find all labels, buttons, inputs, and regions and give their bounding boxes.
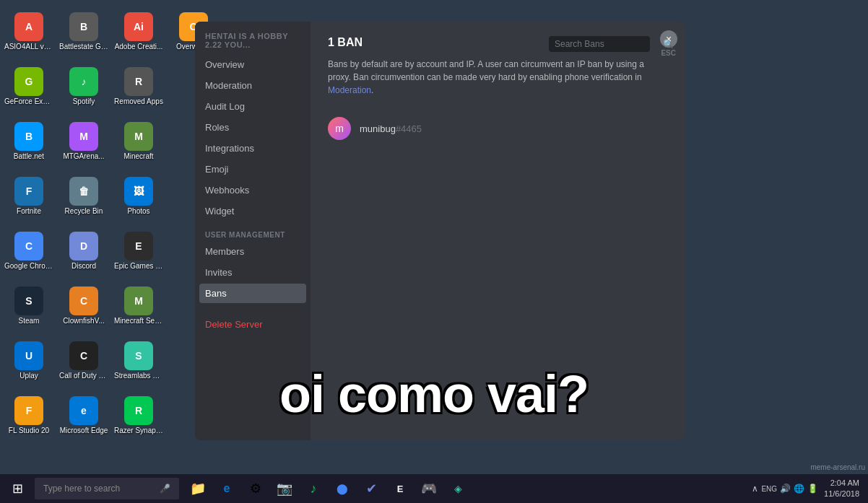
desktop-icon-di2[interactable]: BBattle.net [3,115,55,167]
search-bans-container: 🔍 [549,36,650,52]
sidebar-item-integrations[interactable]: Integrations [199,139,306,158]
desktop-icon-di6[interactable]: UUplay [3,335,55,387]
desktop-icon-di14[interactable]: CCall of Duty Black Ops 4 [58,335,110,387]
server-name: HENTAI IS A HOBBY 2.22 YOU... [199,29,306,52]
taskbar-right: ∧ ENG 🔊 🌐 🔋 2:04 AM 11/6/2018 [752,478,865,500]
taskbar-app-icons: 📁 e ⚙ 📷 ♪ ⬤ ✔ E 🎮 ◈ [185,476,471,502]
desktop-icon-label: Microsoft Edge [60,427,108,435]
desktop-icon-label: Steam [19,317,40,325]
date-display: 11/6/2018 [824,489,859,499]
desktop-icon-label: ClownfishV... [63,317,104,325]
taskbar-lang-icon: ENG [761,485,777,493]
desktop-icon-label: Uplay [19,372,38,380]
desktop-icon-di4[interactable]: CGoogle Chrome [3,225,55,277]
sidebar-item-moderation[interactable]: Moderation [199,76,306,95]
desktop-icon-label: GeForce Experience [4,97,53,106]
desktop-icon-di1[interactable]: GGeForce Experience [3,61,55,113]
bans-desc-text: Bans by default are by account and IP. A… [328,59,644,82]
desktop-icon-di22[interactable]: SStreamlabs OBS [113,335,165,387]
settings-sidebar: HENTAI IS A HOBBY 2.22 YOU... Overview M… [195,22,311,440]
user-management-label: USER MANAGEMENT [199,222,306,242]
time-display: 2:04 AM [824,478,859,489]
desktop-icon-di0[interactable]: AASIO4ALL v2 Instruction... [3,6,55,58]
sidebar-item-invites[interactable]: Invites [199,263,306,282]
sidebar-item-emoji[interactable]: Emoji [199,159,306,179]
desktop-icon-di13[interactable]: CClownfishV... [58,280,110,332]
taskbar-stream[interactable]: ◈ [445,476,471,502]
desktop-icon-label: Battle.net [14,152,44,161]
desktop-icon-di11[interactable]: 🗑Recycle Bin [58,170,110,222]
microphone-icon: 🎤 [160,484,170,494]
desktop-icon-di21[interactable]: MMinecraft Server [113,280,165,332]
taskbar-search-input[interactable] [43,484,160,494]
desktop-icon-di3[interactable]: FFortnite [3,170,55,222]
taskbar: ⊞ 🎤 📁 e ⚙ 📷 ♪ ⬤ ✔ E 🎮 ◈ ∧ ENG 🔊 🌐 🔋 [0,474,868,503]
desktop-icon-di16[interactable]: AiAdobe Creati... [113,6,165,58]
sidebar-item-bans[interactable]: Bans [199,284,306,303]
sidebar-item-webhooks[interactable]: Webhooks [199,180,306,200]
sidebar-item-audit-log[interactable]: Audit Log [199,97,306,116]
taskbar-spotify[interactable]: ♪ [300,476,326,502]
desktop-icon-label: Discord [71,262,96,271]
taskbar-chrome[interactable]: ⬤ [329,476,355,502]
desktop-icon-label: MTGArena... [63,152,104,161]
desktop-icon-label: Streamlabs OBS [114,372,163,380]
taskbar-volume-icon: 🔊 [780,484,791,494]
sidebar-item-overview[interactable]: Overview [199,55,306,74]
desktop-icons-container: AASIO4ALL v2 Instruction...GGeForce Expe… [0,0,119,469]
taskbar-time: 2:04 AM 11/6/2018 [824,478,859,500]
desktop: AASIO4ALL v2 Instruction...GGeForce Expe… [0,0,868,503]
avatar-letter: m [335,123,344,134]
desktop-icon-di5[interactable]: SSteam [3,280,55,332]
ban-username: munibug#4465 [360,123,422,134]
moderation-link[interactable]: Moderation [328,85,371,95]
windows-icon: ⊞ [12,481,23,497]
desktop-icon-label: Battlestate Games L... [59,43,108,51]
taskbar-search-box[interactable]: 🎤 [35,478,179,499]
delete-server-button[interactable]: Delete Server [199,315,306,334]
sidebar-item-roles[interactable]: Roles [199,118,306,137]
taskbar-check[interactable]: ✔ [358,476,384,502]
desktop-icon-di18[interactable]: MMinecraft [113,115,165,167]
desktop-icon-label: Fortnite [17,207,41,216]
desktop-icon-di15[interactable]: eMicrosoft Edge [58,390,110,442]
taskbar-game[interactable]: 🎮 [416,476,442,502]
ban-discriminator: #4465 [396,123,422,134]
desktop-icon-label: Minecraft Server [114,317,163,325]
desktop-icon-label: Adobe Creati... [115,43,163,51]
desktop-icon-di23[interactable]: RRazer Synapse [113,390,165,442]
search-bans-input[interactable] [555,39,663,49]
desktop-icon-label: Call of Duty Black Ops 4 [59,372,108,380]
desktop-icon-label: Recycle Bin [65,207,103,216]
desktop-icon-di9[interactable]: ♪Spotify [58,61,110,113]
sidebar-item-widget[interactable]: Widget [199,201,306,221]
taskbar-chevron-icon: ∧ [752,484,758,494]
desktop-icon-di20[interactable]: EEpic Games Launcher [113,225,165,277]
desktop-icon-di17[interactable]: RRemoved Apps [113,61,165,113]
desktop-icon-label: Google Chrome [4,262,53,271]
desktop-icon-di8[interactable]: BBattlestate Games L... [58,6,110,58]
taskbar-edge[interactable]: e [214,476,240,502]
ban-username-text: munibug [360,123,396,134]
start-button[interactable]: ⊞ [3,474,32,503]
desktop-icon-label: ASIO4ALL v2 Instruction... [4,43,53,51]
desktop-icon-label: FL Studio 20 [9,427,49,435]
desktop-icon-label: Minecraft [123,152,153,161]
taskbar-camera[interactable]: 📷 [272,476,298,502]
desktop-icon-label: Photos [127,207,149,216]
bans-description: Bans by default are by account and IP. A… [328,58,653,97]
desktop-icon-di10[interactable]: MMTGArena... [58,115,110,167]
settings-layout: HENTAI IS A HOBBY 2.22 YOU... Overview M… [195,22,686,440]
taskbar-file-explorer[interactable]: 📁 [185,476,211,502]
sidebar-item-members[interactable]: Members [199,242,306,261]
desktop-icon-label: Razer Synapse [114,427,163,435]
taskbar-epic[interactable]: E [387,476,413,502]
taskbar-settings[interactable]: ⚙ [243,476,269,502]
desktop-icon-di12[interactable]: DDiscord [58,225,110,277]
desktop-icon-di19[interactable]: 🖼Photos [113,170,165,222]
ban-avatar: m [328,117,351,140]
settings-window: HENTAI IS A HOBBY 2.22 YOU... Overview M… [195,22,686,440]
taskbar-sys-icons: ∧ ENG 🔊 🌐 🔋 [752,484,818,494]
watermark: meme-arsenal.ru [807,462,868,473]
desktop-icon-di7[interactable]: FFL Studio 20 [3,390,55,442]
